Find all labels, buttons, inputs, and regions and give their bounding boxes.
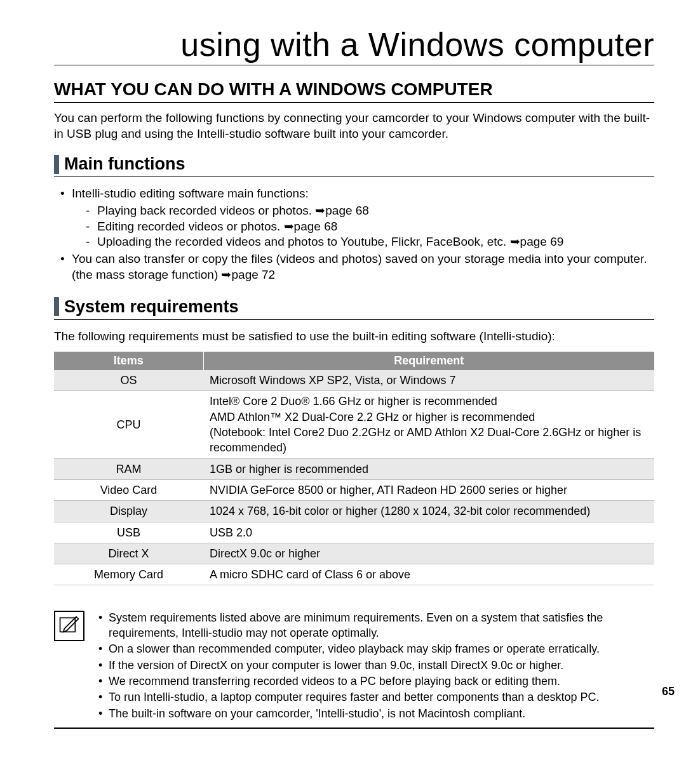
heading-text: System requirements — [64, 297, 239, 317]
table-header-requirement: Requirement — [203, 352, 654, 370]
list-item: Intelli-studio editing software main fun… — [54, 186, 654, 250]
table-cell-item: Display — [54, 501, 203, 522]
table-cell-requirement: 1GB or higher is recommended — [203, 458, 654, 479]
table-cell-requirement: DirectX 9.0c or higher — [203, 543, 654, 564]
list-item: Uploading the recorded videos and photos… — [86, 234, 654, 250]
list-item: Editing recorded videos or photos. ➥page… — [86, 219, 654, 235]
note-item: On a slower than recommended computer, v… — [96, 642, 654, 656]
section-heading: WHAT YOU CAN DO WITH A WINDOWS COMPUTER — [54, 79, 654, 103]
page-number: 65 — [662, 685, 675, 698]
requirements-table: Items Requirement OSMicrosoft Windows XP… — [54, 352, 654, 585]
notes-list: System requirements listed above are min… — [96, 611, 654, 722]
table-cell-item: Direct X — [54, 543, 203, 564]
table-header-items: Items — [54, 352, 203, 370]
heading-bar-icon — [54, 155, 59, 174]
table-cell-item: CPU — [54, 391, 203, 458]
note-item: We recommend transferring recorded video… — [96, 674, 654, 689]
table-cell-requirement: USB 2.0 — [203, 522, 654, 543]
table-cell-requirement: NVIDIA GeForce 8500 or higher, ATI Radeo… — [203, 479, 654, 500]
table-cell-item: Memory Card — [54, 564, 203, 585]
note-item: To run Intelli-studio, a laptop computer… — [96, 690, 654, 705]
table-cell-requirement: A micro SDHC card of Class 6 or above — [203, 564, 654, 585]
table-cell-requirement: Microsoft Windows XP SP2, Vista, or Wind… — [203, 370, 654, 391]
note-box: System requirements listed above are min… — [54, 611, 654, 729]
heading-text: Main functions — [64, 154, 185, 174]
system-requirements-heading: System requirements — [54, 297, 654, 320]
note-icon — [54, 611, 84, 641]
table-cell-item: RAM — [54, 458, 203, 479]
system-requirements-intro: The following requirements must be satis… — [54, 329, 654, 345]
list-item: Playing back recorded videos or photos. … — [86, 203, 654, 219]
list-item: You can also transfer or copy the files … — [54, 251, 654, 282]
table-cell-item: OS — [54, 370, 203, 391]
heading-bar-icon — [54, 297, 59, 316]
main-functions-heading: Main functions — [54, 154, 654, 177]
table-cell-item: Video Card — [54, 479, 203, 500]
note-item: The built-in software on your camcorder,… — [96, 707, 654, 721]
main-functions-list: Intelli-studio editing software main fun… — [54, 186, 654, 282]
page-title: using with a Windows computer — [54, 25, 654, 65]
table-cell-item: USB — [54, 522, 203, 543]
intro-paragraph: You can perform the following functions … — [54, 110, 654, 142]
note-item: System requirements listed above are min… — [96, 611, 654, 641]
list-text: Intelli-studio editing software main fun… — [72, 187, 309, 200]
table-cell-requirement: Intel® Core 2 Duo® 1.66 GHz or higher is… — [203, 391, 654, 458]
note-item: If the version of DirectX on your comput… — [96, 658, 654, 673]
table-cell-requirement: 1024 x 768, 16-bit color or higher (1280… — [203, 501, 654, 522]
